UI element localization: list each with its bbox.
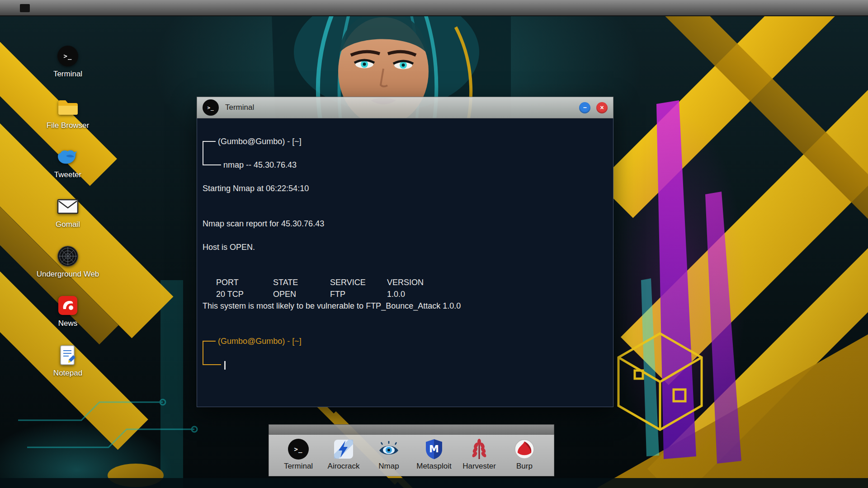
cell-state: OPEN [273,288,330,300]
terminal-output-area[interactable]: (Gumbo@Gumbo) - [~] nmap -- 45.30.76.43 … [197,118,613,407]
prompt-bracket-top [203,136,218,147]
eye-icon [378,437,400,461]
terminal-icon: >_ [57,44,78,68]
terminal-prompt-1: (Gumbo@Gumbo) - [~] nmap -- 45.30.76.43 [203,136,604,171]
shield-icon: M [424,437,444,461]
terminal-icon: >_ [203,99,219,116]
close-button[interactable]: × [596,102,608,113]
desktop-icon-label: Gomail [56,220,80,229]
desktop-icon-label: File Browser [47,121,89,130]
terminal-prompt-2: (Gumbo@Gumbo) - [~] [203,335,604,371]
desktop-icon-gomail[interactable]: Gomail [34,195,102,229]
burp-icon [514,437,535,461]
dock-item-nmap[interactable]: Nmap [366,437,411,476]
dock-item-harvester[interactable]: Harvester [457,437,502,476]
minimize-button[interactable]: − [579,102,590,113]
desktop-icon-terminal[interactable]: >_ Terminal [34,44,102,79]
desktop-icon-label: Notepad [53,369,82,378]
vulnerability-line: This system is most likely to be vulnera… [203,300,604,312]
nmap-start-line: Starting Nmap at 06:22:54:10 [203,183,604,194]
desktop-icon-news[interactable]: News [34,294,102,328]
prompt-bracket-top [203,335,218,347]
dock: >_ Terminal Airocrack [269,424,554,476]
cell-port: 20 TCP [216,288,273,300]
news-icon [58,294,78,317]
dock-item-burp[interactable]: Burp [502,437,547,476]
prompt-bracket-bottom [203,359,223,371]
desktop-icon-label: Underground Web [37,270,99,279]
nmap-report-line: Nmap scan report for 45.30.76.43 [203,218,604,230]
dock-item-airocrack[interactable]: Airocrack [321,437,366,476]
prompt-bracket-bottom [203,159,223,171]
notepad-icon [58,343,78,367]
dock-item-label: Burp [516,462,533,471]
dock-item-label: Harvester [462,462,496,471]
wheat-icon [470,437,488,461]
svg-text:M: M [429,443,439,455]
col-version: VERSION [387,277,444,288]
dock-item-label: Terminal [284,462,313,471]
dock-handle[interactable] [269,424,554,435]
desktop-icon-tweeter[interactable]: Tweeter [34,145,102,179]
terminal-icon: >_ [288,437,309,461]
terminal-window: >_ Terminal − × (Gumbo@Gumbo) - [~] nmap… [197,97,613,407]
airocrack-icon [333,437,354,461]
prompt-command: nmap -- 45.30.76.43 [223,160,297,169]
cell-service: FTP [330,288,387,300]
terminal-cursor [224,361,226,370]
desktop-icon-underground-web[interactable]: Underground Web [34,244,102,279]
folder-icon [57,96,79,119]
scan-table-header: PORTSTATESERVICEVERSION [203,265,604,277]
bird-icon [57,145,79,169]
dock-item-label: Metasploit [416,462,451,471]
close-icon: × [600,104,604,111]
topbar [0,0,868,16]
dock-item-label: Nmap [378,462,399,471]
col-port: PORT [216,277,273,288]
envelope-icon [57,195,79,218]
dock-item-label: Airocrack [328,462,360,471]
prompt-user: (Gumbo@Gumbo) - [~] [218,337,302,346]
desktop-icon-file-browser[interactable]: File Browser [34,96,102,130]
cell-version: 1.0.0 [387,288,444,300]
prompt-bracket-mid [203,347,218,359]
minimize-icon: − [583,104,586,111]
dock-item-metasploit[interactable]: M Metasploit [411,437,457,476]
col-state: STATE [273,277,330,288]
dock-item-terminal[interactable]: >_ Terminal [276,437,321,476]
desktop-icon-label: Terminal [53,70,82,79]
desktop-icon-label: Tweeter [54,170,81,179]
dock-main: >_ Terminal Airocrack [269,435,554,476]
prompt-bracket-mid [203,147,218,159]
topbar-app-icon[interactable] [20,4,30,12]
window-title: Terminal [225,103,254,112]
terminal-titlebar[interactable]: >_ Terminal − × [197,97,613,118]
desktop-icon-notepad[interactable]: Notepad [34,343,102,378]
web-icon [57,244,79,268]
prompt-user: (Gumbo@Gumbo) - [~] [218,137,302,146]
col-service: SERVICE [330,277,387,288]
desktop-icon-label: News [58,319,78,328]
host-state-line: Host is OPEN. [203,241,604,253]
